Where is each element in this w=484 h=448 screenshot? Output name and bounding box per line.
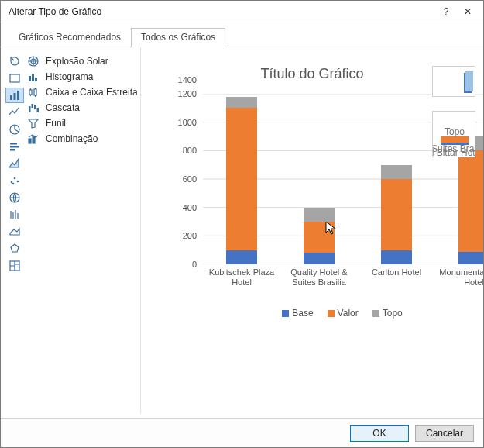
column-chart-icon[interactable] [5,88,24,103]
preview-thumbnails: Topo ek Suites Brasilia al Bittar Hotel [432,66,477,157]
dialog-footer: OK Cancelar [1,418,483,447]
surface-chart-icon[interactable] [5,224,24,240]
histogram-icon [27,71,39,83]
svg-rect-24 [37,108,39,112]
svg-rect-6 [10,146,19,148]
y-tick-label: 200 [172,231,197,240]
box-icon [27,86,39,98]
svg-rect-22 [32,104,34,108]
chart-type-waterfall[interactable]: Cascata [26,100,142,115]
chart-type-sunburst[interactable]: Explosão Solar [26,53,142,69]
chart-type-label: Cascata [46,102,80,113]
chart-type-box[interactable]: Caixa e Caixa Estreita [26,84,142,100]
funnel-icon [27,117,39,129]
svg-rect-17 [32,74,34,81]
svg-point-8 [11,181,13,184]
svg-rect-25 [29,139,31,143]
bar-segment [381,179,412,250]
x-tick-label: Monumental Bittar Hotel [435,267,484,287]
svg-rect-1 [10,95,12,100]
combo-icon [27,133,39,145]
thumbnail-3d-column[interactable] [432,66,475,97]
svg-rect-23 [34,105,36,109]
cancel-button[interactable]: Cancelar [415,425,474,442]
svg-rect-36 [441,136,469,143]
bar-1 [304,208,335,264]
legend-swatch [282,310,289,317]
chart-type-label: Explosão Solar [46,56,108,67]
svg-rect-35 [465,71,473,91]
y-tick-label: 1200 [172,89,197,98]
recent-icon[interactable] [5,53,24,69]
svg-rect-16 [29,76,31,81]
thumbnail-stacked[interactable]: Topo ek Suites Brasilia al Bittar Hotel [432,111,475,157]
legend-swatch [372,310,379,317]
bar-segment [226,97,257,109]
chart-type-label: Funil [46,118,66,129]
chart-type-label: Caixa e Caixa Estreita [46,87,138,98]
ok-button[interactable]: OK [350,425,409,442]
svg-point-10 [17,181,19,183]
tab-bar: Gráficos Recomendados Todos os Gráficos [1,27,483,47]
svg-rect-5 [10,143,17,145]
radar-chart-icon[interactable] [5,241,24,257]
titlebar: Alterar Tipo de Gráfico ? ✕ [1,1,483,22]
legend-item: Topo [372,308,403,319]
scatter-chart-icon[interactable] [5,173,24,188]
legend-item: Base [282,308,313,319]
bar-2 [381,165,412,264]
bar-segment [458,150,484,251]
svg-rect-19 [29,90,32,95]
legend-swatch [328,310,335,317]
svg-rect-7 [10,149,15,151]
legend-label: Valor [338,308,359,319]
svg-text:al Bittar Hotel: al Bittar Hotel [433,147,475,157]
chart-type-histogram[interactable]: Histograma [26,69,142,84]
legend-label: Base [292,308,313,319]
y-tick-label: 800 [172,146,197,155]
svg-rect-21 [29,106,31,112]
legend-label: Topo [383,308,403,319]
y-tick-label: 600 [172,174,197,184]
svg-point-9 [14,177,16,180]
tab-all[interactable]: Todos os Gráficos [131,28,225,47]
bar-segment [304,208,335,222]
chart-type-combo[interactable]: Combinação [26,131,142,146]
template-icon[interactable] [5,71,24,86]
svg-point-11 [12,183,15,185]
y-tick-label: 1400 [172,75,197,84]
area-chart-icon[interactable] [5,156,24,171]
bar-chart-icon[interactable] [5,139,24,154]
chart-type-label: Histograma [46,71,93,82]
bar-segment [458,252,484,265]
close-button[interactable]: ✕ [457,3,479,20]
workarea: Explosão Solar Histograma Caixa e Caixa … [1,47,483,414]
x-tick-label: Carlton Hotel [358,267,435,277]
y-tick-label: 1000 [172,118,197,127]
waterfall-icon [27,102,39,114]
line-chart-icon[interactable] [5,105,24,120]
svg-rect-20 [34,89,36,95]
chart-preview: Título do Gráfico 0200400600800100012001… [140,47,483,414]
bar-segment [226,108,257,250]
chart-type-funnel[interactable]: Funil [26,115,142,131]
x-tick-label: Kubitschek Plaza Hotel [203,267,280,287]
bar-0 [226,97,257,264]
chart-type-list: Explosão Solar Histograma Caixa e Caixa … [26,47,142,414]
chart-type-icons [4,47,26,414]
stock-chart-icon[interactable] [5,207,24,222]
pie-chart-icon[interactable] [5,122,24,137]
bar-segment [381,250,412,264]
chart-legend: BaseValorTopo [172,308,484,319]
treemap-chart-icon[interactable] [5,258,24,274]
svg-rect-3 [17,91,19,100]
y-tick-label: 0 [172,260,197,269]
svg-rect-26 [33,136,35,143]
x-tick-label: Quality Hotel & Suites Brasilia [280,267,358,287]
map-chart-icon[interactable] [5,190,24,205]
bar-segment [381,165,412,179]
tab-recommended[interactable]: Gráficos Recomendados [9,28,131,47]
bar-segment [304,253,335,264]
help-button[interactable]: ? [435,3,457,20]
svg-rect-18 [35,78,37,81]
